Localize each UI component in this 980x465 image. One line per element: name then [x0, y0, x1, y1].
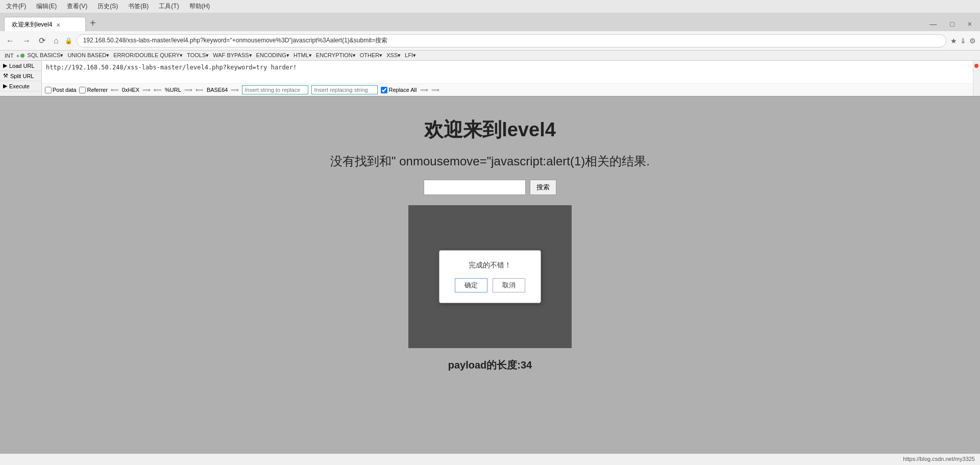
arrow8: ⟹	[431, 87, 439, 93]
arrow3: ⟸	[154, 87, 162, 93]
replace-all-check[interactable]: Replace All	[381, 87, 416, 93]
menu-tools[interactable]: 工具(T)	[157, 1, 181, 12]
hb-sql-basics[interactable]: SQL BASICS▾	[26, 52, 65, 59]
post-data-checkbox[interactable]	[45, 87, 52, 93]
hb-encryption[interactable]: ENCRYPTION▾	[314, 52, 357, 59]
payload-info: payload的长度:34	[448, 358, 532, 372]
tab-bar: 欢迎来到level4 × + — □ ×	[0, 13, 980, 31]
url-input-row	[42, 61, 973, 84]
menu-edit[interactable]: 编辑(E)	[34, 1, 59, 12]
back-button[interactable]: ←	[4, 35, 16, 46]
hb-waf[interactable]: WAF BYPASS▾	[211, 52, 253, 59]
arrow6: ⟹	[231, 87, 239, 93]
menu-file[interactable]: 文件(F)	[4, 1, 28, 12]
status-dot	[974, 64, 978, 68]
hb-error[interactable]: ERROR/DOUBLE QUERY▾	[112, 52, 184, 59]
referrer-label: Referrer	[87, 87, 107, 93]
hackbar-input-area: Post data Referrer ⟸ 0xHEX ⟹ ⟸ %URL ⟹ ⟸ …	[42, 61, 973, 96]
hb-html[interactable]: HTML▾	[292, 52, 313, 59]
extension-icon[interactable]: ⚙	[969, 37, 976, 45]
hackbar-url-textarea[interactable]	[42, 61, 973, 81]
replace-all-checkbox[interactable]	[381, 87, 387, 93]
split-url-button[interactable]: ⚒ Split URL	[0, 71, 41, 81]
hb-dot2	[20, 54, 24, 58]
alert-message: 完成的不错！	[450, 261, 530, 270]
search-result-text: 没有找到和" onmousemove="javascript:alert(1)相…	[330, 153, 650, 169]
new-tab-button[interactable]: +	[86, 17, 100, 31]
referrer-check[interactable]: Referrer	[79, 87, 107, 93]
reload-button[interactable]: ⟳	[37, 35, 47, 46]
execute-icon: ▶	[3, 83, 7, 89]
tab-close-btn[interactable]: ×	[56, 21, 60, 29]
hex-label[interactable]: 0xHEX	[122, 87, 139, 93]
hackbar-body: ▶ Load URL ⚒ Split URL ▶ Execute Post da…	[0, 61, 980, 96]
main-content: 欢迎来到level4 没有找到和" onmousemove="javascrip…	[0, 96, 980, 454]
execute-label: Execute	[9, 83, 30, 89]
hb-xss[interactable]: XSS▾	[385, 52, 402, 59]
alert-overlay: 完成的不错！ 确定 取消	[408, 205, 572, 348]
insert-replacing-input[interactable]	[311, 85, 378, 94]
hb-int[interactable]: INT	[3, 52, 15, 59]
arrow7: ⟹	[420, 87, 428, 93]
hb-other[interactable]: OTHER▾	[358, 52, 384, 59]
load-url-button[interactable]: ▶ Load URL	[0, 61, 41, 71]
split-url-label: Split URL	[10, 73, 34, 79]
page-title: 欢迎来到level4	[424, 117, 556, 143]
menu-bookmarks[interactable]: 书签(B)	[126, 1, 151, 12]
search-box-row: 搜索	[424, 180, 556, 195]
base64-label[interactable]: BASE64	[207, 87, 228, 93]
arrow2: ⟹	[142, 87, 151, 93]
tab-title: 欢迎来到level4	[12, 20, 52, 29]
window-controls: — □ ×	[925, 19, 976, 31]
alert-cancel-button[interactable]: 取消	[493, 278, 525, 292]
address-icons: ★ ⇓ ⚙	[950, 37, 976, 45]
alert-buttons: 确定 取消	[450, 278, 530, 292]
hb-tools[interactable]: TOOLS▾	[185, 52, 210, 59]
execute-button[interactable]: ▶ Execute	[0, 81, 41, 91]
lock-icon: 🔒	[65, 37, 72, 44]
forward-button[interactable]: →	[20, 35, 33, 46]
arrow5: ⟸	[195, 87, 204, 93]
win-close[interactable]: ×	[964, 19, 976, 29]
download-icon[interactable]: ⇓	[960, 37, 966, 45]
percent-url-label[interactable]: %URL	[165, 87, 181, 93]
address-bar: ← → ⟳ ⌂ 🔒 ★ ⇓ ⚙	[0, 31, 980, 51]
footer-link: https://blog.csdn.net/my3325	[903, 456, 975, 462]
hackbar-sidebar: ▶ Load URL ⚒ Split URL ▶ Execute	[0, 61, 42, 96]
menu-bar: 文件(F) 编辑(E) 查看(V) 历史(S) 书签(B) 工具(T) 帮助(H…	[0, 0, 980, 13]
banner-container: level4 完成的不错！ 确定 取消	[408, 205, 572, 348]
replace-all-label: Replace All	[388, 87, 416, 93]
arrow4: ⟹	[184, 87, 192, 93]
hb-lfi[interactable]: LFI▾	[403, 52, 418, 59]
hb-encoding[interactable]: ENCODING▾	[255, 52, 291, 59]
bookmark-icon[interactable]: ★	[950, 37, 957, 45]
search-button[interactable]: 搜索	[530, 180, 556, 195]
split-icon: ⚒	[3, 72, 8, 79]
post-data-check[interactable]: Post data	[45, 87, 76, 93]
win-minimize[interactable]: —	[925, 19, 941, 29]
hb-dot1: ●	[16, 53, 20, 59]
post-data-label: Post data	[53, 87, 76, 93]
load-icon: ▶	[3, 62, 7, 69]
browser-window: 文件(F) 编辑(E) 查看(V) 历史(S) 书签(B) 工具(T) 帮助(H…	[0, 0, 980, 454]
hackbar-options: Post data Referrer ⟸ 0xHEX ⟹ ⟸ %URL ⟹ ⟸ …	[42, 84, 973, 96]
alert-ok-button[interactable]: 确定	[455, 278, 487, 292]
win-maximize[interactable]: □	[946, 19, 958, 29]
insert-string-input[interactable]	[242, 85, 308, 94]
page-content: 欢迎来到level4 没有找到和" onmousemove="javascrip…	[0, 107, 980, 372]
search-input[interactable]	[424, 180, 526, 195]
referrer-checkbox[interactable]	[79, 87, 86, 93]
menu-view[interactable]: 查看(V)	[65, 1, 89, 12]
hackbar-toolbar: INT ● SQL BASICS▾ UNION BASED▾ ERROR/DOU…	[0, 51, 980, 61]
load-url-label: Load URL	[9, 63, 35, 69]
status-indicator	[973, 61, 980, 96]
arrow1: ⟸	[111, 87, 119, 93]
menu-history[interactable]: 历史(S)	[95, 1, 120, 12]
home-button[interactable]: ⌂	[52, 35, 61, 46]
active-tab[interactable]: 欢迎来到level4 ×	[4, 17, 86, 31]
address-input[interactable]	[77, 34, 946, 47]
menu-help[interactable]: 帮助(H)	[187, 1, 212, 12]
hb-union[interactable]: UNION BASED▾	[66, 52, 111, 59]
alert-dialog: 完成的不错！ 确定 取消	[439, 250, 541, 303]
